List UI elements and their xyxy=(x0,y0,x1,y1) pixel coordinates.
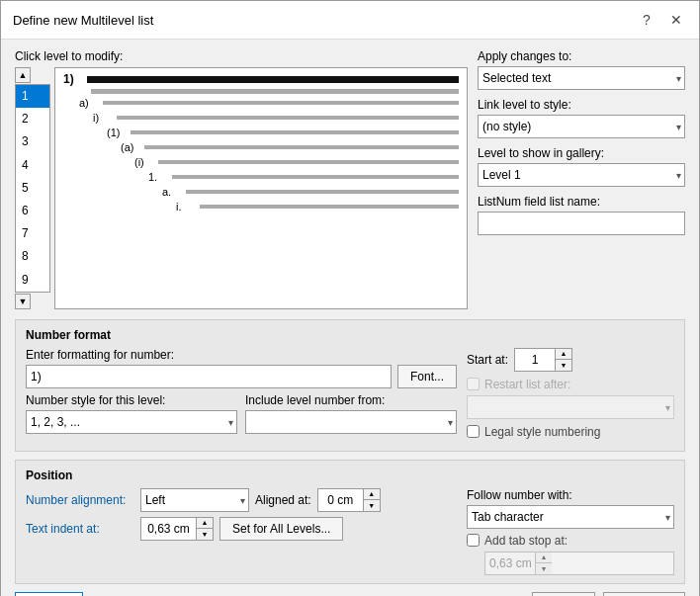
preview-box: 1) a) i) xyxy=(54,67,468,309)
restart-checkbox-row: Restart list after: xyxy=(467,378,674,391)
include-level-label: Include level number from: xyxy=(245,393,457,407)
click-level-label: Click level to modify: xyxy=(15,49,468,63)
apply-changes-dropdown[interactable]: Selected text xyxy=(478,66,685,90)
dialog-body: Click level to modify: ▲ 1 2 3 4 5 6 7 xyxy=(1,40,699,596)
preview-row-1: 1) xyxy=(63,72,459,86)
listnum-group: ListNum field list name: xyxy=(478,195,685,235)
link-level-group: Link level to style: (no style) xyxy=(478,98,685,138)
text-indent-down[interactable]: ▼ xyxy=(197,529,213,540)
preview-row-1b xyxy=(67,89,459,94)
level-item-9[interactable]: 9 xyxy=(16,269,49,292)
number-style-dropdown[interactable]: 1, 2, 3, ... xyxy=(26,410,237,434)
add-tab-checkbox[interactable] xyxy=(467,534,480,547)
level-item-4[interactable]: 4 xyxy=(16,154,49,177)
include-level-dropdown-wrap xyxy=(245,410,457,434)
level-item-5[interactable]: 5 xyxy=(16,177,49,200)
number-format-title: Number format xyxy=(26,328,674,342)
text-indent-spinner: ▲ ▼ xyxy=(140,517,214,541)
number-format-section: Number format Enter formatting for numbe… xyxy=(15,319,685,452)
restart-dropdown-wrap xyxy=(467,395,674,419)
nf-style-row: Number style for this level: 1, 2, 3, ..… xyxy=(26,393,457,434)
aligned-at-down[interactable]: ▼ xyxy=(364,500,380,511)
start-at-down[interactable]: ▼ xyxy=(556,360,571,371)
follow-dropdown[interactable]: Tab character Space Nothing xyxy=(467,505,674,529)
bottom-row: << Less OK Cancel xyxy=(15,592,685,596)
text-indent-up[interactable]: ▲ xyxy=(197,518,213,529)
alignment-dropdown-wrap: Left Centered Right xyxy=(140,488,249,512)
set-for-all-button[interactable]: Set for All Levels... xyxy=(219,517,343,541)
include-level-dropdown[interactable] xyxy=(245,410,457,434)
add-tab-label: Add tab stop at: xyxy=(484,534,568,548)
level-item-6[interactable]: 6 xyxy=(16,200,49,222)
tab-stop-spinner: ▲ ▼ xyxy=(484,552,674,575)
alignment-dropdown[interactable]: Left Centered Right xyxy=(140,488,249,512)
show-gallery-group: Level to show in gallery: Level 1 Level … xyxy=(478,146,685,187)
level-area: ▲ 1 2 3 4 5 6 7 8 9 ▼ xyxy=(15,67,468,309)
title-bar-buttons: ? ✕ xyxy=(636,9,687,31)
help-button[interactable]: ? xyxy=(636,9,657,31)
nf-input-wrap: Font... xyxy=(26,365,457,388)
preview-row-3: i) xyxy=(93,112,459,124)
level-scroll-down[interactable]: ▼ xyxy=(15,294,31,309)
level-item-3[interactable]: 3 xyxy=(16,130,49,153)
close-button[interactable]: ✕ xyxy=(665,9,687,31)
pos-two-col: Number alignment: Left Centered Right Al… xyxy=(26,488,674,575)
level-item-2[interactable]: 2 xyxy=(16,108,49,130)
number-style-label: Number style for this level: xyxy=(26,393,237,407)
alignment-label: Number alignment: xyxy=(26,493,134,507)
preview-row-5: (a) xyxy=(121,141,459,153)
tab-stop-spinner-btns: ▲ ▼ xyxy=(535,553,552,574)
show-gallery-dropdown-wrap: Level 1 Level 2 Level 3 xyxy=(478,163,685,187)
apply-changes-group: Apply changes to: Selected text xyxy=(478,49,685,90)
apply-changes-dropdown-wrap: Selected text xyxy=(478,66,685,90)
enter-format-label: Enter formatting for number: xyxy=(26,348,457,362)
preview-row-8: a. xyxy=(162,186,459,198)
start-at-label: Start at: xyxy=(467,353,508,367)
format-input[interactable] xyxy=(26,365,392,388)
pos-left-col: Number alignment: Left Centered Right Al… xyxy=(26,488,457,575)
preview-row-4: (1) xyxy=(107,127,459,138)
start-at-row: Start at: ▲ ▼ xyxy=(467,348,674,372)
nf-right-col: Start at: ▲ ▼ Restart list after: xyxy=(467,348,674,443)
show-gallery-dropdown[interactable]: Level 1 Level 2 Level 3 xyxy=(478,163,685,187)
start-at-input[interactable] xyxy=(515,349,555,371)
ok-button[interactable]: OK xyxy=(532,592,594,596)
legal-checkbox[interactable] xyxy=(467,425,480,438)
restart-checkbox[interactable] xyxy=(467,378,480,390)
preview-row-2: a) xyxy=(79,97,459,109)
link-level-dropdown-wrap: (no style) xyxy=(478,115,685,138)
font-button[interactable]: Font... xyxy=(397,365,457,388)
level-item-7[interactable]: 7 xyxy=(16,222,49,245)
start-at-spinner: ▲ ▼ xyxy=(514,348,572,372)
legal-label: Legal style numbering xyxy=(484,425,600,439)
title-bar: Define new Multilevel list ? ✕ xyxy=(1,1,699,40)
dialog: Define new Multilevel list ? ✕ Click lev… xyxy=(0,0,700,596)
listnum-input[interactable] xyxy=(478,212,685,235)
aligned-at-spinner: ▲ ▼ xyxy=(317,488,381,512)
left-panel: Click level to modify: ▲ 1 2 3 4 5 6 7 xyxy=(15,49,468,309)
aligned-at-up[interactable]: ▲ xyxy=(364,489,380,500)
aligned-at-input[interactable] xyxy=(318,489,363,511)
tab-stop-down[interactable]: ▼ xyxy=(536,563,552,574)
less-button[interactable]: << Less xyxy=(15,592,83,596)
right-panel: Apply changes to: Selected text Link lev… xyxy=(478,49,685,309)
tab-stop-input[interactable] xyxy=(485,553,535,574)
nf-left-col: Enter formatting for number: Font... Num… xyxy=(26,348,457,443)
start-at-up[interactable]: ▲ xyxy=(556,349,571,360)
dialog-title: Define new Multilevel list xyxy=(13,13,153,28)
bottom-right-buttons: OK Cancel xyxy=(532,592,685,596)
cancel-button[interactable]: Cancel xyxy=(603,592,685,596)
number-style-dropdown-wrap: 1, 2, 3, ... xyxy=(26,410,237,434)
text-indent-input[interactable] xyxy=(141,518,196,540)
text-indent-spinner-btns: ▲ ▼ xyxy=(196,518,213,540)
level-item-1[interactable]: 1 xyxy=(16,85,49,108)
link-level-label: Link level to style: xyxy=(478,98,685,112)
start-at-spinner-btns: ▲ ▼ xyxy=(555,349,571,371)
aligned-at-spinner-btns: ▲ ▼ xyxy=(363,489,380,511)
link-level-dropdown[interactable]: (no style) xyxy=(478,115,685,138)
tab-stop-up[interactable]: ▲ xyxy=(536,553,552,563)
level-scroll-up[interactable]: ▲ xyxy=(15,67,31,83)
restart-dropdown[interactable] xyxy=(467,395,674,419)
level-item-8[interactable]: 8 xyxy=(16,245,49,268)
pos-right-col: Follow number with: Tab character Space … xyxy=(467,488,674,575)
